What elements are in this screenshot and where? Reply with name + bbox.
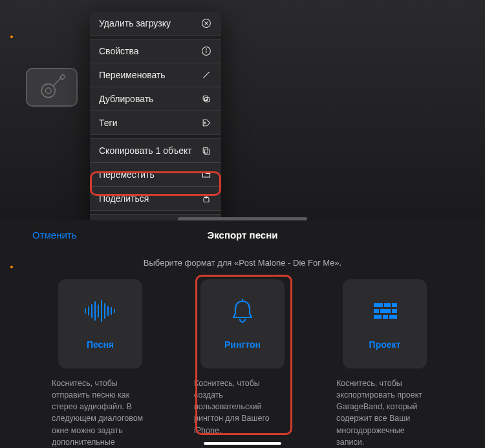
waveform-icon xyxy=(83,298,118,324)
export-card-label: Рингтон xyxy=(224,339,261,350)
context-menu: Удалить загрузку Свойства Переименовать … xyxy=(90,12,221,238)
svg-rect-34 xyxy=(374,309,379,313)
svg-rect-31 xyxy=(374,303,383,307)
panel-subtitle: Выберите формат для «Post Malone - Die F… xyxy=(0,258,485,268)
tag-icon xyxy=(200,117,212,129)
close-circle-icon xyxy=(200,17,212,29)
svg-rect-36 xyxy=(392,309,397,313)
menu-item-rename[interactable]: Переименовать xyxy=(90,63,221,87)
pencil-icon xyxy=(200,69,212,81)
svg-rect-35 xyxy=(380,309,391,313)
export-description: Коснитесь, чтобы создать пользовательски… xyxy=(194,378,291,436)
menu-item-copy[interactable]: Скопировать 1 объект xyxy=(90,139,221,163)
svg-line-10 xyxy=(203,72,210,78)
menu-item-delete-download[interactable]: Удалить загрузку xyxy=(90,12,221,36)
menu-item-properties[interactable]: Свойства xyxy=(90,39,221,63)
duplicate-icon xyxy=(200,93,212,105)
menu-label: Скопировать 1 объект xyxy=(99,145,192,156)
export-description: Коснитесь, чтобы экспортировать проект G… xyxy=(336,378,433,448)
svg-rect-17 xyxy=(205,149,210,155)
export-option-song: Песня Коснитесь, чтобы отправить песню к… xyxy=(43,279,157,448)
export-card-label: Проект xyxy=(369,339,401,350)
guitar-icon xyxy=(38,74,65,101)
share-icon xyxy=(200,193,212,204)
svg-rect-32 xyxy=(384,303,391,307)
export-option-project: Проект Коснитесь, чтобы экспортировать п… xyxy=(328,279,442,448)
menu-item-share[interactable]: Поделиться xyxy=(90,187,221,211)
export-card-label: Песня xyxy=(87,339,114,350)
svg-rect-33 xyxy=(392,303,397,307)
export-panel: Отменить Экспорт песни Выберите формат д… xyxy=(0,220,485,448)
menu-label: Удалить загрузку xyxy=(99,18,171,28)
panel-title: Экспорт песни xyxy=(208,229,278,240)
menu-label: Переместить xyxy=(99,169,155,180)
info-circle-icon xyxy=(200,45,212,57)
svg-rect-16 xyxy=(203,147,208,153)
menu-label: Дублировать xyxy=(99,94,153,104)
menu-item-tags[interactable]: Теги xyxy=(90,111,221,135)
menu-label: Поделиться xyxy=(99,193,149,204)
svg-rect-38 xyxy=(383,315,388,319)
menu-label: Переименовать xyxy=(99,70,166,80)
export-card-song[interactable]: Песня xyxy=(58,279,142,368)
menu-item-duplicate[interactable]: Дублировать xyxy=(90,87,221,111)
svg-point-15 xyxy=(204,122,206,123)
menu-label: Свойства xyxy=(99,46,138,56)
copy-icon xyxy=(200,145,212,156)
bell-icon xyxy=(225,298,260,324)
export-option-ringtone: Рингтон Коснитесь, чтобы создать пользов… xyxy=(186,279,299,448)
svg-rect-39 xyxy=(389,315,397,319)
export-card-ringtone[interactable]: Рингтон xyxy=(200,279,285,368)
export-card-project[interactable]: Проект xyxy=(343,279,427,368)
export-description: Коснитесь, чтобы отправить песню как сте… xyxy=(52,378,149,448)
menu-label: Теги xyxy=(99,118,117,128)
cancel-button[interactable]: Отменить xyxy=(32,229,77,240)
svg-point-1 xyxy=(45,88,51,94)
home-indicator[interactable] xyxy=(204,442,281,445)
tracks-icon xyxy=(367,298,402,324)
svg-rect-37 xyxy=(374,315,382,319)
folder-icon xyxy=(200,169,212,180)
svg-point-9 xyxy=(206,48,207,49)
project-thumbnail[interactable] xyxy=(26,68,78,107)
menu-item-move[interactable]: Переместить xyxy=(90,163,221,187)
